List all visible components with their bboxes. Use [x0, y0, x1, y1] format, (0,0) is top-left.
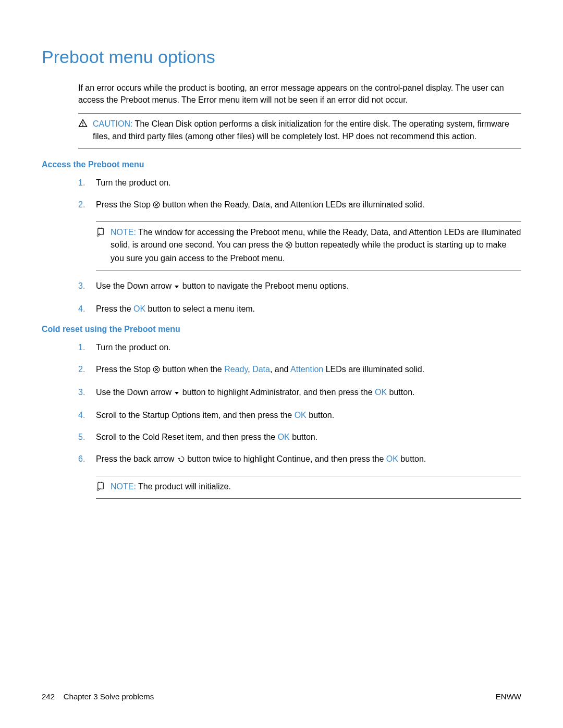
txt: , and then press the [310, 454, 386, 463]
ok-text: OK [133, 304, 145, 313]
list-item: 6. Press the back arrow button twice to … [78, 453, 521, 466]
footer-right: ENWW [496, 692, 521, 701]
txt: button twice to highlight [187, 454, 277, 463]
ok-text: OK [375, 388, 387, 397]
txt: Down [127, 388, 149, 397]
txt: button when the [163, 365, 224, 374]
txt: button to navigate the [182, 281, 265, 290]
page-number: 242 [42, 692, 55, 701]
intro-paragraph: If an error occurs while the product is … [78, 82, 521, 106]
txt: Stop [133, 200, 151, 209]
list-item: 2. Press the Stop button when the Ready,… [78, 199, 521, 212]
step-number: 6. [78, 453, 96, 466]
access-steps: 1. Turn the product on. 2. Press the Sto… [78, 177, 521, 212]
txt: Administrator [250, 388, 299, 397]
txt: , and [270, 200, 290, 209]
txt: Press the [96, 304, 133, 313]
chapter-label: Chapter 3 Solve problems [64, 692, 154, 701]
txt: button when the [163, 200, 224, 209]
step-number: 1. [78, 341, 96, 354]
txt: Ready [224, 200, 248, 209]
txt: Attention [290, 200, 323, 209]
footer-left: 242 Chapter 3 Solve problems [42, 692, 154, 701]
step-number: 4. [78, 303, 96, 315]
txt: Startup Options [142, 411, 200, 419]
caution-text: CAUTION: The Clean Disk option performs … [93, 118, 521, 143]
step-text: Scroll to the Startup Options item, and … [96, 409, 521, 422]
step-text: Press the OK button to select a menu ite… [96, 303, 521, 315]
ok-text: OK [278, 433, 290, 441]
step-text: Use the Down arrow button to highlight A… [96, 386, 521, 400]
txt: item, and then press the [183, 433, 278, 441]
step-text: Turn the product on. [96, 177, 521, 189]
back-arrow-icon [177, 454, 185, 466]
svg-rect-16 [98, 483, 104, 489]
svg-point-1 [82, 125, 83, 126]
stop-icon [153, 200, 160, 212]
list-item: 3. Use the Down arrow button to highligh… [78, 386, 521, 400]
note-text: NOTE: The product will initialize. [111, 480, 521, 493]
step-number: 1. [78, 177, 96, 189]
note-callout: NOTE: The window for accessing the Prebo… [96, 221, 521, 270]
txt: Press the [96, 200, 133, 209]
page-title: Preboot menu options [42, 47, 521, 67]
txt: arrow [149, 388, 174, 397]
txt: menu options. [294, 281, 349, 290]
caution-bold: Clean Disk [152, 119, 192, 128]
note-icon [96, 226, 111, 265]
txt: button to select a menu item. [145, 304, 255, 313]
step-text: Press the back arrow button twice to hig… [96, 453, 521, 466]
txt: Preboot [265, 281, 294, 290]
txt: , [248, 200, 252, 209]
stop-icon [285, 240, 292, 252]
step-number: 2. [78, 199, 96, 212]
list-item: 1. Turn the product on. [78, 177, 521, 189]
txt: Attention [290, 365, 323, 374]
txt: Scroll to the [96, 433, 142, 441]
note-body: The product will initialize. [138, 482, 231, 491]
ok-text: OK [386, 454, 398, 463]
txt: Ready [224, 365, 248, 374]
note-label: NOTE: [111, 228, 136, 237]
txt: button. [290, 433, 317, 441]
txt: button. [387, 388, 414, 397]
caution-body-pre: The [135, 119, 152, 128]
stop-icon [153, 364, 160, 377]
page-footer: 242 Chapter 3 Solve problems ENWW [42, 692, 521, 701]
txt: button. [307, 411, 334, 419]
txt: LEDs are illuminated solid. [323, 200, 424, 209]
txt: Scroll to the [96, 411, 142, 419]
note-text: NOTE: The window for accessing the Prebo… [111, 226, 521, 265]
step-text: Use the Down arrow button to navigate th… [96, 280, 521, 293]
step-number: 5. [78, 431, 96, 443]
txt: , and then press the [299, 388, 375, 397]
list-item: 5. Scroll to the Cold Reset item, and th… [78, 431, 521, 443]
step-number: 2. [78, 363, 96, 377]
step-text: Press the Stop button when the Ready, Da… [96, 199, 521, 212]
section-heading-access: Access the Preboot menu [42, 160, 521, 169]
caution-icon [78, 118, 93, 143]
list-item: 2. Press the Stop button when the Ready,… [78, 363, 521, 377]
txt: , and [270, 365, 290, 374]
down-arrow-icon [174, 281, 180, 293]
txt: Press the back arrow [96, 454, 177, 463]
txt: LEDs are illuminated solid. [323, 365, 424, 374]
ok-text: OK [295, 411, 307, 419]
txt: Data [252, 200, 270, 209]
section-heading-cold: Cold reset using the Preboot menu [42, 325, 521, 334]
step-number: 4. [78, 409, 96, 422]
cold-steps: 1. Turn the product on. 2. Press the Sto… [78, 341, 521, 466]
txt: item, and then press the [200, 411, 295, 419]
txt: Use the Down arrow [96, 281, 174, 290]
list-item: 4. Press the OK button to select a menu … [78, 303, 521, 315]
txt: Press the [96, 365, 133, 374]
step-number: 3. [78, 386, 96, 400]
document-page: Preboot menu options If an error occurs … [0, 0, 563, 728]
down-arrow-icon [174, 387, 180, 400]
txt: , [248, 365, 252, 374]
step-number: 3. [78, 280, 96, 293]
note-callout: NOTE: The product will initialize. [96, 476, 521, 499]
txt: Use the [96, 388, 127, 397]
txt: button. [398, 454, 426, 463]
step-text: Scroll to the Cold Reset item, and then … [96, 431, 521, 443]
